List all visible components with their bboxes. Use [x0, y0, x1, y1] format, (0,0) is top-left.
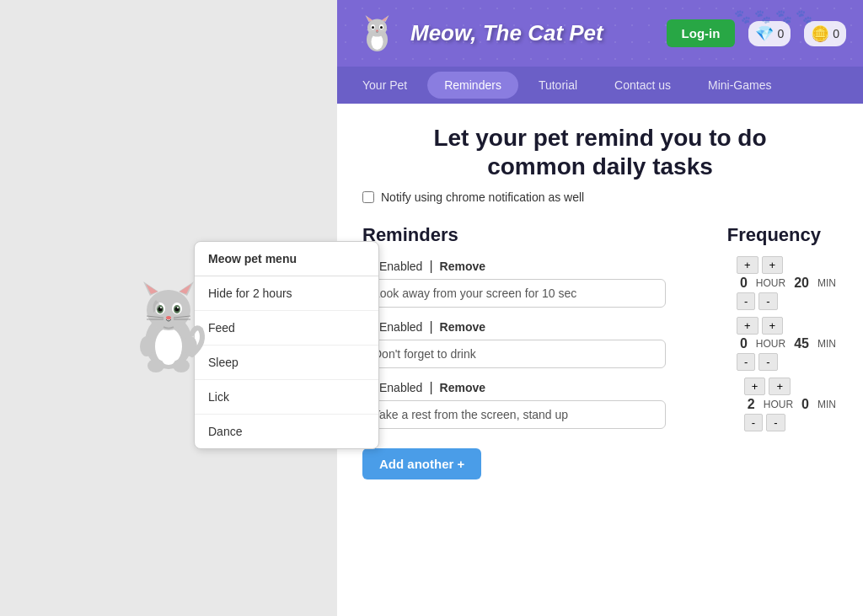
reminder-2-hour-minus[interactable]: - [737, 353, 755, 371]
svg-point-20 [147, 359, 164, 372]
login-button[interactable]: Log-in [667, 19, 736, 47]
nav-item-reminders[interactable]: Reminders [427, 72, 518, 99]
reminder-1-remove-button[interactable]: Remove [440, 260, 485, 273]
notify-label: Notify using chrome notification as well [381, 190, 584, 204]
reminder-1-min-minus[interactable]: - [758, 292, 777, 310]
svg-point-15 [166, 316, 171, 319]
reminder-2-remove-button[interactable]: Remove [440, 320, 485, 334]
reminder-3-freq: + + 2 HOUR 0 MIN - - [744, 378, 838, 431]
reminder-2-freq-bottom: - - [737, 353, 838, 371]
reminder-2-freq: + + 0 HOUR 45 MIN - - [737, 317, 838, 371]
reminder-1-hour-value: 0 [737, 276, 751, 291]
app-title: Meow, The Cat Pet [410, 20, 603, 46]
gem-badge: 💎 0 [748, 21, 791, 46]
left-panel: Meow pet menu Hide for 2 hours Feed Slee… [0, 0, 337, 616]
reminder-3-hour-minus[interactable]: - [744, 414, 763, 431]
reminder-3-remove-button[interactable]: Remove [440, 381, 485, 394]
coin-icon: 🪙 [811, 24, 829, 43]
reminder-1-hour-plus[interactable]: + [737, 256, 758, 274]
menu-item-hide[interactable]: Hide for 2 hours [195, 276, 378, 311]
nav-bar: Your Pet Reminders Tutorial Contact us M… [337, 67, 863, 104]
reminder-3-min-minus[interactable]: - [766, 414, 785, 431]
reminder-1-enabled-label: Enabled [379, 260, 422, 273]
menu-title: Meow pet menu [195, 242, 378, 276]
header-cat-icon [354, 10, 400, 56]
pet-container: Meow pet menu Hide for 2 hours Feed Slee… [126, 241, 211, 376]
reminder-3-hour-value: 2 [744, 397, 758, 412]
nav-item-tutorial[interactable]: Tutorial [522, 72, 594, 99]
reminder-1-freq-top: + + [737, 256, 838, 274]
nav-item-minigames[interactable]: Mini-Games [691, 72, 788, 99]
heading-line1: Let your pet remind you to do [433, 125, 766, 151]
reminder-1-freq-bottom: - - [737, 292, 838, 310]
right-panel: Meow, The Cat Pet Log-in 💎 0 🪙 0 🐾 🐾 🐾 🐾… [337, 0, 863, 616]
reminder-row-1: Enabled | Remove + + 0 HOUR 20 MIN [362, 256, 838, 310]
reminder-row-3: Enabled | Remove + + 2 HOUR 0 MIN [362, 378, 838, 431]
reminder-2-hour-plus[interactable]: + [737, 317, 758, 335]
header-left: Meow, The Cat Pet [354, 10, 603, 56]
reminder-1-min-plus[interactable]: + [762, 256, 784, 274]
reminder-left-3: Enabled | Remove [362, 380, 727, 429]
reminder-2-min-plus[interactable]: + [762, 317, 784, 335]
reminder-3-hour-plus[interactable]: + [744, 378, 766, 395]
svg-point-21 [173, 359, 190, 372]
reminder-2-freq-middle: 0 HOUR 45 MIN [737, 336, 838, 351]
menu-item-lick[interactable]: Lick [195, 380, 378, 415]
svg-point-33 [372, 26, 374, 29]
cat-illustration [126, 266, 211, 376]
svg-point-13 [160, 307, 162, 308]
nav-item-yourpet[interactable]: Your Pet [346, 72, 424, 99]
menu-item-sleep[interactable]: Sleep [195, 345, 378, 380]
reminder-1-sep: | [429, 259, 432, 274]
reminder-2-input[interactable] [362, 340, 666, 368]
reminder-2-min-value: 45 [791, 336, 812, 351]
coin-count: 0 [833, 27, 839, 40]
reminder-1-freq: + + 0 HOUR 20 MIN - - [737, 256, 838, 310]
svg-point-14 [177, 307, 179, 308]
svg-point-26 [367, 19, 387, 37]
reminder-3-min-value: 0 [798, 397, 812, 412]
reminder-2-sep: | [429, 319, 432, 335]
reminder-left-2: Enabled | Remove [362, 319, 720, 368]
reminder-row-2: Enabled | Remove + + 0 HOUR 45 MIN [362, 317, 838, 371]
frequency-col-title: Frequency [727, 224, 821, 246]
svg-point-22 [140, 336, 153, 356]
enabled-row-1: Enabled | Remove [362, 259, 720, 274]
reminder-1-freq-middle: 0 HOUR 20 MIN [737, 276, 838, 291]
reminders-header: Reminders Frequency [362, 224, 838, 246]
menu-item-dance[interactable]: Dance [195, 415, 378, 448]
add-another-button[interactable]: Add another + [362, 448, 481, 479]
reminder-left-1: Enabled | Remove [362, 259, 720, 308]
page-heading: Let your pet remind you to do common dai… [362, 124, 838, 180]
enabled-row-3: Enabled | Remove [362, 380, 727, 395]
reminder-1-input[interactable] [362, 279, 666, 308]
reminder-3-sep: | [429, 380, 432, 395]
reminder-2-hour-value: 0 [737, 336, 751, 351]
app-header: Meow, The Cat Pet Log-in 💎 0 🪙 0 🐾 🐾 🐾 🐾 [337, 0, 863, 67]
reminder-3-min-plus[interactable]: + [769, 378, 791, 395]
reminder-3-freq-top: + + [744, 378, 838, 395]
enabled-row-2: Enabled | Remove [362, 319, 720, 335]
heading-line2: common daily tasks [487, 153, 713, 179]
reminder-3-min-label: MIN [816, 399, 838, 410]
reminder-2-min-label: MIN [816, 338, 838, 350]
reminder-2-freq-top: + + [737, 317, 838, 335]
coin-badge: 🪙 0 [804, 21, 846, 46]
menu-item-feed[interactable]: Feed [195, 311, 378, 345]
pet-menu-popup: Meow pet menu Hide for 2 hours Feed Slee… [194, 241, 379, 449]
svg-point-34 [380, 26, 383, 29]
notify-row: Notify using chrome notification as well [362, 190, 838, 204]
reminder-2-enabled-label: Enabled [379, 320, 422, 334]
reminder-1-min-label: MIN [816, 277, 838, 289]
svg-point-1 [155, 328, 182, 365]
reminder-3-enabled-label: Enabled [379, 381, 422, 394]
reminder-2-min-minus[interactable]: - [758, 353, 777, 371]
nav-item-contactus[interactable]: Contact us [598, 72, 688, 99]
reminder-3-freq-bottom: - - [744, 414, 838, 431]
reminder-3-input[interactable] [362, 400, 666, 429]
reminder-1-hour-minus[interactable]: - [737, 292, 755, 310]
svg-point-35 [376, 30, 378, 32]
main-content: Let your pet remind you to do common dai… [337, 104, 863, 616]
notify-checkbox[interactable] [362, 191, 374, 203]
header-right: Log-in 💎 0 🪙 0 [667, 19, 846, 47]
